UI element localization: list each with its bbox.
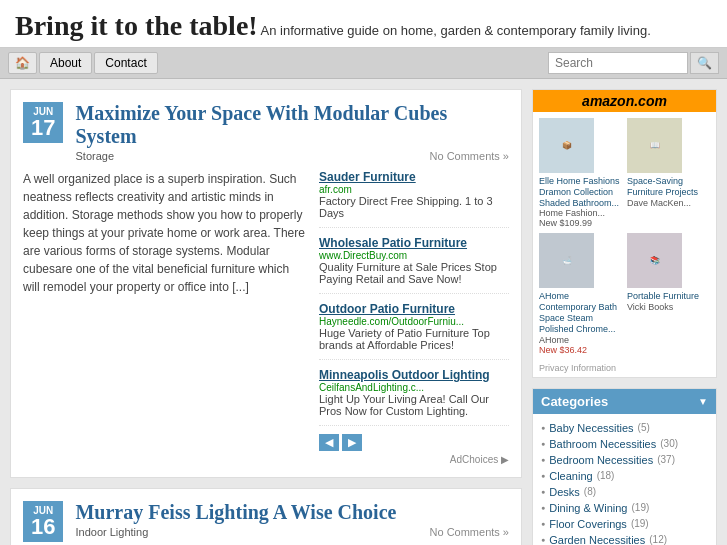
search-input[interactable] (548, 52, 688, 74)
amazon-product-4-author: Vicki Books (627, 302, 710, 312)
categories-box: Categories ▼ Baby Necessities (5)Bathroo… (532, 388, 717, 545)
post-2-title-area: Murray Feiss Lighting A Wise Choice Indo… (75, 501, 509, 538)
post-1-meta: Storage No Comments » (75, 150, 509, 162)
post-2-comments[interactable]: No Comments » (430, 526, 509, 538)
ad-1-3-domain: Hayneedle.com/OutdoorFurniu... (319, 316, 509, 327)
chevron-down-icon[interactable]: ▼ (698, 396, 708, 407)
ad-1-4-domain: CeilfansAndLighting.c... (319, 382, 509, 393)
post-2-header: Jun 16 Murray Feiss Lighting A Wise Choi… (23, 501, 509, 542)
ad-1-1: Sauder Furniture afr.com Factory Direct … (319, 170, 509, 228)
site-header: Bring it to the table! An informative gu… (0, 0, 727, 48)
privacy-info[interactable]: Privacy Information (533, 361, 716, 377)
post-1-title-area: Maximize Your Space With Modular Cubes S… (75, 102, 509, 162)
contact-button[interactable]: Contact (94, 52, 157, 74)
amazon-product-3-author: AHome (539, 335, 622, 345)
post-2-title[interactable]: Murray Feiss Lighting A Wise Choice (75, 501, 509, 524)
post-2-date: Jun 16 (23, 501, 63, 542)
post-1-category: Storage (75, 150, 114, 162)
site-tagline: An informative guide on home, garden & c… (261, 23, 651, 38)
category-item[interactable]: Floor Coverings (19) (541, 516, 708, 532)
post-1-text: A well organized place is a superb inspi… (23, 170, 309, 465)
amazon-product-4: 📚 Portable Furniture Vicki Books (627, 233, 710, 354)
post-2: Jun 16 Murray Feiss Lighting A Wise Choi… (10, 488, 522, 545)
amazon-product-3-title[interactable]: AHome Contemporary Bath Space Steam Poli… (539, 291, 622, 334)
ad-1-choices[interactable]: AdChoices ▶ (319, 454, 509, 465)
amazon-product-4-title[interactable]: Portable Furniture (627, 291, 710, 302)
ad-1-4: Minneapolis Outdoor Lighting CeilfansAnd… (319, 368, 509, 426)
amazon-product-1: 📦 Elle Home Fashions Dramon Collection S… (539, 118, 622, 228)
ad-1-3: Outdoor Patio Furniture Hayneedle.com/Ou… (319, 302, 509, 360)
ad-1-2-title[interactable]: Wholesale Patio Furniture (319, 236, 509, 250)
categories-list: Baby Necessities (5)Bathroom Necessities… (533, 414, 716, 545)
category-item[interactable]: Cleaning (18) (541, 468, 708, 484)
amazon-product-4-image: 📚 (627, 233, 682, 288)
post-1-title[interactable]: Maximize Your Space With Modular Cubes S… (75, 102, 509, 148)
ad-next-button[interactable]: ▶ (342, 434, 362, 451)
category-item[interactable]: Bedroom Necessities (37) (541, 452, 708, 468)
amazon-product-1-price: New $109.99 (539, 218, 622, 228)
ad-prev-button[interactable]: ◀ (319, 434, 339, 451)
amazon-product-2-image: 📖 (627, 118, 682, 173)
home-button[interactable]: 🏠 (8, 52, 37, 74)
ad-1-1-title[interactable]: Sauder Furniture (319, 170, 509, 184)
amazon-box: amazon.com 📦 Elle Home Fashions Dramon C… (532, 89, 717, 378)
post-2-meta: Indoor Lighting No Comments » (75, 526, 509, 538)
post-1-day: 17 (31, 117, 55, 139)
ad-1-3-desc: Huge Variety of Patio Furniture Top bran… (319, 327, 509, 351)
ad-1-2-desc: Quality Furniture at Sale Prices Stop Pa… (319, 261, 509, 285)
post-1: Jun 17 Maximize Your Space With Modular … (10, 89, 522, 478)
category-item[interactable]: Baby Necessities (5) (541, 420, 708, 436)
site-title: Bring it to the table! (15, 10, 258, 41)
about-button[interactable]: About (39, 52, 92, 74)
category-item[interactable]: Dining & Wining (19) (541, 500, 708, 516)
ad-1-4-desc: Light Up Your Living Area! Call Our Pros… (319, 393, 509, 417)
category-item[interactable]: Garden Necessities (12) (541, 532, 708, 545)
ad-1-3-title[interactable]: Outdoor Patio Furniture (319, 302, 509, 316)
category-item[interactable]: Desks (8) (541, 484, 708, 500)
ad-1-4-title[interactable]: Minneapolis Outdoor Lighting (319, 368, 509, 382)
ad-1-1-domain: afr.com (319, 184, 509, 195)
ad-1-1-desc: Factory Direct Free Shipping. 1 to 3 Day… (319, 195, 509, 219)
ad-1-2: Wholesale Patio Furniture www.DirectBuy.… (319, 236, 509, 294)
amazon-product-3-price: New $36.42 (539, 345, 622, 355)
ad-1-nav: ◀ ▶ (319, 434, 509, 451)
sidebar: amazon.com 📦 Elle Home Fashions Dramon C… (532, 89, 717, 545)
post-1-comments[interactable]: No Comments » (430, 150, 509, 162)
search-area: 🔍 (548, 52, 719, 74)
post-1-header: Jun 17 Maximize Your Space With Modular … (23, 102, 509, 162)
ad-1-2-domain: www.DirectBuy.com (319, 250, 509, 261)
post-2-category: Indoor Lighting (75, 526, 148, 538)
amazon-product-2-title[interactable]: Space-Saving Furniture Projects (627, 176, 710, 198)
nav-left: 🏠 About Contact (8, 52, 158, 74)
amazon-product-3: 🛁 AHome Contemporary Bath Space Steam Po… (539, 233, 622, 354)
main-layout: Jun 17 Maximize Your Space With Modular … (0, 79, 727, 545)
content-area: Jun 17 Maximize Your Space With Modular … (10, 89, 522, 545)
categories-header: Categories ▼ (533, 389, 716, 414)
post-1-date: Jun 17 (23, 102, 63, 143)
categories-title: Categories (541, 394, 608, 409)
category-item[interactable]: Bathroom Necessities (30) (541, 436, 708, 452)
amazon-product-3-image: 🛁 (539, 233, 594, 288)
navigation-bar: 🏠 About Contact 🔍 (0, 48, 727, 79)
amazon-header: amazon.com (533, 90, 716, 112)
search-button[interactable]: 🔍 (690, 52, 719, 74)
amazon-product-1-image: 📦 (539, 118, 594, 173)
amazon-products: 📦 Elle Home Fashions Dramon Collection S… (533, 112, 716, 361)
post-1-ads: Sauder Furniture afr.com Factory Direct … (319, 170, 509, 465)
amazon-product-2: 📖 Space-Saving Furniture Projects Dave M… (627, 118, 710, 228)
amazon-product-2-author: Dave MacKen... (627, 198, 710, 208)
post-1-body: A well organized place is a superb inspi… (23, 170, 509, 465)
amazon-product-1-title[interactable]: Elle Home Fashions Dramon Collection Sha… (539, 176, 622, 208)
amazon-product-1-author: Home Fashion... (539, 208, 622, 218)
post-2-day: 16 (31, 516, 55, 538)
